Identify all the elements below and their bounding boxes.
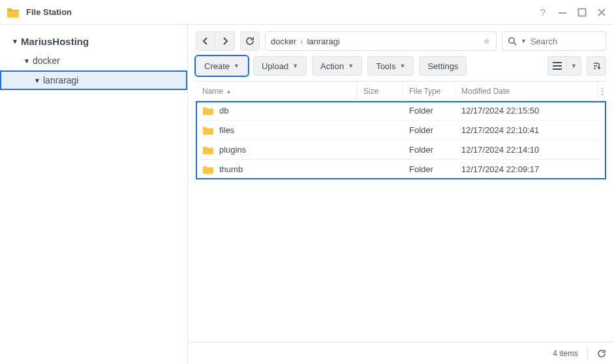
nav-toolbar: docker › lanraragi ★ ▼ bbox=[196, 31, 606, 51]
svg-point-2 bbox=[509, 38, 514, 43]
search-box[interactable]: ▼ bbox=[502, 31, 606, 51]
folder-icon bbox=[202, 145, 214, 155]
view-mode-dropdown[interactable]: ▼ bbox=[567, 56, 581, 76]
button-label: Action bbox=[320, 61, 344, 71]
file-type: Folder bbox=[403, 106, 455, 115]
app-folder-icon bbox=[7, 6, 20, 19]
file-type: Folder bbox=[403, 145, 455, 155]
maximize-icon[interactable] bbox=[576, 7, 588, 18]
file-type: Folder bbox=[403, 164, 455, 174]
titlebar: File Station ? bbox=[0, 0, 614, 25]
table-row[interactable]: plugins Folder 12/17/2024 22:14:10 bbox=[196, 140, 606, 160]
favorite-star-icon[interactable]: ★ bbox=[482, 35, 491, 47]
svg-rect-1 bbox=[579, 8, 586, 16]
table-body: db Folder 12/17/2024 22:15:50 files Fold… bbox=[196, 101, 606, 179]
folder-icon bbox=[202, 106, 214, 115]
table-header: Name▲ Size File Type Modified Date ⋮ bbox=[196, 82, 606, 101]
divider bbox=[587, 348, 588, 359]
tree-label: MariusHosting bbox=[21, 36, 89, 47]
svg-rect-0 bbox=[559, 12, 566, 14]
window-controls: ? bbox=[537, 7, 607, 18]
action-button[interactable]: Action▼ bbox=[312, 56, 362, 76]
list-view-button[interactable] bbox=[547, 56, 567, 76]
file-table: Name▲ Size File Type Modified Date ⋮ db … bbox=[196, 81, 606, 342]
tree-root-mariushosting[interactable]: ▼ MariusHosting bbox=[0, 31, 187, 51]
nav-buttons bbox=[196, 31, 235, 51]
upload-button[interactable]: Upload▼ bbox=[253, 56, 307, 76]
sort-button[interactable] bbox=[587, 56, 606, 76]
content: ▼ MariusHosting ▼ docker ▼ lanraragi doc… bbox=[0, 25, 614, 364]
breadcrumb: docker › lanraragi ★ bbox=[265, 31, 497, 51]
main-panel: docker › lanraragi ★ ▼ Create▼ Upload▼ A… bbox=[188, 25, 614, 364]
tree-item-lanraragi[interactable]: ▼ lanraragi bbox=[0, 70, 187, 90]
file-name: db bbox=[219, 106, 228, 115]
forward-button[interactable] bbox=[215, 31, 235, 51]
column-name[interactable]: Name▲ bbox=[196, 82, 357, 100]
table-row[interactable]: db Folder 12/17/2024 22:15:50 bbox=[196, 101, 606, 121]
chevron-down-icon: ▼ bbox=[571, 63, 577, 69]
column-label: Name bbox=[202, 87, 223, 96]
button-label: Settings bbox=[427, 61, 458, 71]
column-label: Modified Date bbox=[461, 87, 510, 96]
sort-asc-icon: ▲ bbox=[226, 88, 232, 95]
search-input[interactable] bbox=[530, 37, 614, 46]
file-modified: 12/17/2024 22:14:10 bbox=[455, 145, 598, 155]
button-label: Tools bbox=[376, 61, 395, 71]
file-name: thumb bbox=[219, 164, 243, 174]
refresh-button[interactable] bbox=[240, 31, 260, 51]
chevron-down-icon[interactable]: ▼ bbox=[521, 38, 527, 44]
column-modified[interactable]: Modified Date bbox=[455, 82, 598, 100]
table-row[interactable]: files Folder 12/17/2024 22:10:41 bbox=[196, 121, 606, 140]
file-name: files bbox=[219, 125, 234, 135]
chevron-down-icon: ▼ bbox=[234, 63, 239, 69]
close-icon[interactable] bbox=[596, 7, 607, 18]
tree-item-docker[interactable]: ▼ docker bbox=[0, 51, 187, 70]
column-label: Size bbox=[363, 87, 378, 96]
breadcrumb-crumb[interactable]: docker bbox=[271, 37, 296, 46]
folder-icon bbox=[202, 126, 214, 135]
button-label: Create bbox=[204, 61, 230, 71]
item-count: 4 items bbox=[553, 349, 578, 358]
button-label: Upload bbox=[262, 61, 288, 71]
tools-button[interactable]: Tools▼ bbox=[367, 56, 414, 76]
settings-button[interactable]: Settings bbox=[419, 56, 467, 76]
statusbar: 4 items bbox=[188, 342, 614, 364]
search-icon bbox=[508, 37, 517, 46]
app-title: File Station bbox=[26, 7, 537, 17]
tree-label: lanraragi bbox=[43, 75, 78, 85]
column-filetype[interactable]: File Type bbox=[403, 82, 455, 100]
folder-icon bbox=[202, 165, 214, 174]
help-icon[interactable]: ? bbox=[537, 7, 549, 18]
breadcrumb-crumb[interactable]: lanraragi bbox=[307, 37, 340, 46]
chevron-down-icon: ▼ bbox=[12, 38, 18, 44]
file-modified: 12/17/2024 22:09:17 bbox=[455, 164, 598, 174]
minimize-icon[interactable] bbox=[557, 7, 568, 18]
chevron-down-icon: ▼ bbox=[292, 63, 298, 69]
column-label: File Type bbox=[409, 87, 440, 96]
back-button[interactable] bbox=[196, 31, 215, 51]
column-size[interactable]: Size bbox=[357, 82, 403, 100]
view-mode-buttons: ▼ bbox=[547, 56, 581, 76]
sidebar-tree: ▼ MariusHosting ▼ docker ▼ lanraragi bbox=[0, 25, 188, 364]
file-modified: 12/17/2024 22:10:41 bbox=[455, 125, 598, 135]
file-modified: 12/17/2024 22:15:50 bbox=[455, 106, 598, 115]
refresh-icon[interactable] bbox=[597, 349, 606, 358]
chevron-right-icon: › bbox=[300, 37, 303, 46]
table-row[interactable]: thumb Folder 12/17/2024 22:09:17 bbox=[196, 160, 606, 179]
tree-label: docker bbox=[33, 55, 60, 66]
chevron-down-icon: ▼ bbox=[23, 57, 30, 64]
create-button[interactable]: Create▼ bbox=[196, 56, 248, 76]
action-toolbar: Create▼ Upload▼ Action▼ Tools▼ Settings … bbox=[196, 56, 606, 76]
chevron-down-icon: ▼ bbox=[400, 63, 406, 69]
file-name: plugins bbox=[219, 145, 246, 155]
chevron-down-icon: ▼ bbox=[34, 77, 40, 83]
file-type: Folder bbox=[403, 125, 455, 135]
chevron-down-icon: ▼ bbox=[348, 63, 354, 69]
column-menu-icon[interactable]: ⋮ bbox=[598, 86, 606, 97]
